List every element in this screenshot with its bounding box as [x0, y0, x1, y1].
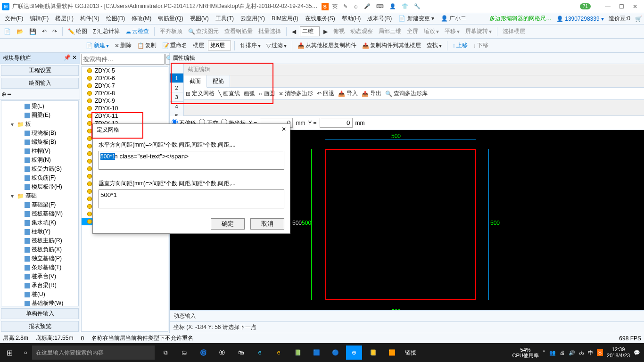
- tool-icon[interactable]: ━: [8, 91, 11, 98]
- app-icon[interactable]: 🗂: [176, 346, 192, 360]
- dynamic-view-button[interactable]: 动态观察: [348, 26, 375, 36]
- rename-button[interactable]: 📝 重命名: [160, 41, 189, 50]
- tree-node[interactable]: 梁(L): [2, 102, 77, 111]
- component-item[interactable]: ZDYX-10: [82, 105, 168, 112]
- task-view-icon[interactable]: ⧉: [157, 346, 173, 360]
- tree-node[interactable]: 筏板负筋(X): [2, 245, 77, 254]
- row-num[interactable]: 3: [170, 92, 183, 102]
- component-item[interactable]: ZDYX-6: [82, 74, 168, 82]
- ie-icon[interactable]: e: [271, 346, 287, 360]
- section-project-settings[interactable]: 工程设置: [1, 65, 79, 76]
- app-icon[interactable]: 📗: [289, 346, 305, 360]
- nav-tree[interactable]: 梁(L)圈梁(E)▾📁板现浇板(B)螺旋板(B)柱帽(V)板洞(N)板受力筋(S…: [1, 100, 79, 306]
- tree-node[interactable]: 桩(U): [2, 290, 77, 299]
- row-num[interactable]: 2: [170, 83, 183, 92]
- edge-icon[interactable]: e: [252, 346, 268, 360]
- volume-icon[interactable]: 🔊: [569, 350, 575, 356]
- menu-item[interactable]: 工具(T): [213, 14, 237, 24]
- ime-lang[interactable]: 英: [330, 2, 339, 11]
- component-item[interactable]: ZDYX-8: [82, 90, 168, 97]
- section-report-preview[interactable]: 报表预览: [1, 321, 79, 332]
- tree-node[interactable]: 基础板带(W): [2, 299, 77, 306]
- new-button[interactable]: 📄 新建 ▾: [84, 41, 111, 50]
- cortana-icon[interactable]: ○: [19, 349, 32, 356]
- row-num[interactable]: 1: [170, 74, 183, 83]
- store-icon[interactable]: 🛍: [233, 346, 249, 360]
- edge-icon[interactable]: ⓔ: [214, 346, 230, 360]
- tray-icon[interactable]: 🖨: [560, 350, 565, 355]
- tray-icon[interactable]: 👥: [549, 350, 556, 356]
- component-item[interactable]: ZDYX-9: [82, 97, 168, 105]
- cancel-button[interactable]: 取消: [250, 218, 284, 230]
- screen-rotate-button[interactable]: 屏幕旋转 ▾: [463, 26, 494, 36]
- tree-node[interactable]: 现浇板(B): [2, 129, 77, 138]
- define-grid-button[interactable]: ⊞ 定义网格: [186, 90, 215, 98]
- tree-node[interactable]: 筏板基础(M): [2, 209, 77, 218]
- tray-up-icon[interactable]: ˄: [543, 350, 545, 356]
- phone-label[interactable]: 👤 13907298339 ▾: [556, 16, 604, 22]
- filter-button[interactable]: ▽ 过滤 ▾: [264, 41, 289, 50]
- tab-section[interactable]: 截面: [184, 75, 207, 88]
- link-label[interactable]: 链接: [403, 346, 419, 360]
- ime-icon[interactable]: ⌨: [374, 2, 386, 10]
- menu-item[interactable]: BIM应用(I): [269, 14, 301, 24]
- open-icon[interactable]: 📂: [15, 27, 25, 36]
- tree-node[interactable]: 桩承台(V): [2, 272, 77, 281]
- notification-badge[interactable]: 71: [580, 3, 591, 9]
- menu-item[interactable]: 版本号(B): [364, 14, 395, 24]
- floor-combo[interactable]: 第6层: [208, 41, 231, 50]
- ime-icon[interactable]: 👕: [400, 2, 410, 10]
- new-doc-icon[interactable]: 📄: [2, 27, 13, 36]
- close-icon[interactable]: ✕: [281, 126, 286, 134]
- draw-line-button[interactable]: ╲ 画直线: [218, 90, 240, 98]
- ime-icon[interactable]: 🎤: [362, 2, 372, 10]
- tree-node[interactable]: 板受力筋(S): [2, 165, 77, 173]
- section-draw-input[interactable]: 绘图输入: [1, 78, 79, 89]
- app-icon[interactable]: 🌀: [195, 346, 211, 360]
- menu-item[interactable]: 视图(V): [187, 14, 212, 24]
- tree-node[interactable]: 板洞(N): [2, 156, 77, 165]
- tool-icon[interactable]: ⊕: [1, 91, 6, 98]
- close-icon[interactable]: ✕: [633, 3, 637, 10]
- tree-node[interactable]: 筏板主筋(R): [2, 236, 77, 245]
- move-up-button[interactable]: ↑ 上移: [451, 41, 470, 50]
- menu-item[interactable]: 绘图(D): [103, 14, 128, 24]
- pan-button[interactable]: 平移 ▾: [443, 26, 462, 36]
- tree-node[interactable]: ▾📁基础: [2, 191, 77, 200]
- tree-node[interactable]: 螺旋板(B): [2, 138, 77, 147]
- app-icon[interactable]: 🟧: [384, 346, 400, 360]
- find-button[interactable]: 查找 ▾: [425, 41, 444, 50]
- minimize-icon[interactable]: ―: [605, 3, 611, 10]
- import-button[interactable]: 📥 导入: [338, 90, 358, 98]
- tree-node[interactable]: 板负筋(F): [2, 173, 77, 182]
- local-3d-button[interactable]: 局部三维: [377, 26, 403, 36]
- zoom-button[interactable]: 缩放 ▾: [422, 26, 441, 36]
- ime-icon[interactable]: ☺: [351, 3, 360, 10]
- tree-node[interactable]: 基础梁(F): [2, 200, 77, 209]
- tree-node[interactable]: 楼层板带(H): [2, 182, 77, 191]
- component-item[interactable]: ZDYX-7: [82, 82, 168, 90]
- component-item[interactable]: ZDYX-5: [82, 67, 168, 74]
- clock[interactable]: 12:392018/4/23: [607, 346, 630, 359]
- menu-item[interactable]: 构件(N): [77, 14, 102, 24]
- copy-button[interactable]: 📋 复制: [135, 41, 158, 50]
- delete-button[interactable]: ✕ 删除: [113, 41, 133, 50]
- app-icon[interactable]: ⊕: [346, 346, 362, 360]
- v-spacing-input[interactable]: 500*1: [99, 189, 284, 208]
- clear-polygon-button[interactable]: ✕ 清除多边形: [279, 90, 313, 98]
- export-button[interactable]: 📤 导出: [362, 90, 381, 98]
- network-icon[interactable]: 🖧: [579, 350, 584, 355]
- row-num[interactable]: 4: [170, 102, 183, 111]
- new-change-button[interactable]: 📄 新建变更 ▾: [396, 14, 437, 24]
- menu-item[interactable]: 修改(M): [129, 14, 154, 24]
- user-label[interactable]: 👤 广小二: [438, 14, 469, 24]
- next-icon[interactable]: ▶: [322, 27, 330, 36]
- tab-rebar[interactable]: 配筋: [207, 75, 230, 87]
- menu-item[interactable]: 在线服务(S): [302, 14, 338, 24]
- sort-button[interactable]: ⇅ 排序 ▾: [238, 41, 263, 50]
- app-icon[interactable]: 🔵: [327, 346, 343, 360]
- start-button[interactable]: ⊞: [0, 348, 19, 357]
- sum-button[interactable]: Σ 汇总计算: [91, 26, 122, 36]
- select-floor-button[interactable]: 选择楼层: [501, 26, 527, 36]
- draw-arc-button[interactable]: 画弧: [244, 90, 255, 98]
